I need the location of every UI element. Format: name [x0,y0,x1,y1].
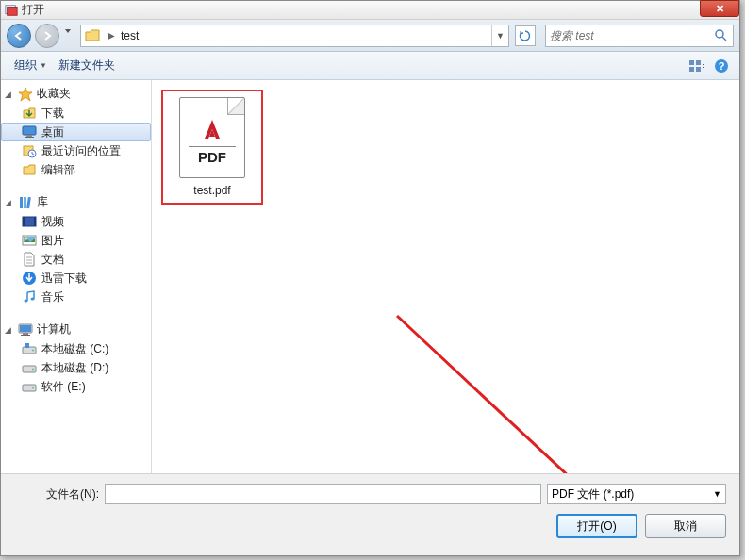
filetype-value: PDF 文件 (*.pdf) [552,486,634,502]
search-input[interactable] [550,29,714,42]
breadcrumb-dropdown[interactable]: ▼ [491,25,508,46]
sidebar-item-pictures[interactable]: 图片 [1,231,151,250]
folder-icon [83,26,102,45]
svg-rect-31 [20,325,31,332]
file-item-pdf[interactable]: PDF test.pdf [161,90,263,205]
svg-rect-7 [696,67,701,72]
star-icon [18,87,33,102]
caret-down-icon: ▼ [713,489,721,499]
svg-rect-4 [689,60,694,65]
svg-rect-18 [23,217,36,226]
svg-point-40 [32,387,34,389]
svg-rect-10 [23,126,36,135]
cancel-button[interactable]: 取消 [645,514,726,538]
picture-icon [22,233,37,248]
svg-line-3 [722,37,726,41]
breadcrumb-folder[interactable]: test [119,29,141,42]
caret-down-icon: ▼ [40,61,47,70]
chevron-right-icon: ▶ [104,30,119,41]
close-button[interactable]: ✕ [700,0,739,17]
sidebar-item-drive-e[interactable]: 软件 (E:) [1,377,151,396]
collapse-icon: ◢ [5,90,14,99]
app-icon [5,4,18,17]
svg-rect-19 [23,217,25,226]
refresh-button[interactable] [515,25,536,46]
drive-icon [22,379,37,394]
music-icon [22,289,37,305]
search-icon [714,28,729,43]
svg-text:?: ? [719,60,725,72]
svg-rect-6 [689,67,694,72]
svg-rect-15 [20,197,23,208]
breadcrumb[interactable]: ▶ test ▼ [80,25,509,47]
sidebar[interactable]: ◢ 收藏夹 下载 桌面 最近访问的位置 编辑部 [1,80,152,473]
adobe-logo-icon [199,116,225,142]
nav-row: ▶ test ▼ [1,20,739,52]
help-button[interactable]: ? [711,56,732,76]
file-name-label: test.pdf [193,184,230,197]
pdf-ext-label: PDF [189,146,236,165]
open-button[interactable]: 打开(O) [556,514,637,538]
organize-label: 组织 [14,58,37,74]
svg-rect-20 [34,217,36,226]
svg-rect-17 [26,196,31,207]
newfolder-button[interactable]: 新建文件夹 [53,56,121,75]
video-icon [22,214,37,229]
sidebar-item-videos[interactable]: 视频 [1,212,151,231]
organize-menu[interactable]: 组织 ▼ [8,56,53,75]
search-box[interactable] [545,25,734,47]
newfolder-label: 新建文件夹 [58,58,115,74]
sidebar-item-xunlei[interactable]: 迅雷下载 [1,269,151,288]
sidebar-item-drive-d[interactable]: 本地磁盘 (D:) [1,358,151,377]
back-button[interactable] [7,24,31,48]
svg-point-38 [32,369,34,371]
dialog-body: ◢ 收藏夹 下载 桌面 最近访问的位置 编辑部 [1,80,739,473]
forward-button[interactable] [35,24,59,48]
sidebar-group-favorites: ◢ 收藏夹 下载 桌面 最近访问的位置 编辑部 [1,84,151,179]
sidebar-item-desktop[interactable]: 桌面 [1,123,151,141]
drive-icon [22,360,37,375]
svg-point-28 [25,300,28,303]
svg-rect-35 [25,343,29,348]
open-dialog: 打开 ✕ ▶ test ▼ [0,0,740,556]
view-mode-button[interactable] [687,56,707,76]
svg-point-36 [32,350,34,352]
recent-icon [22,143,37,158]
sidebar-item-editor[interactable]: 编辑部 [1,160,151,179]
file-area[interactable]: PDF test.pdf [152,80,739,473]
svg-rect-16 [24,197,26,208]
sidebar-group-computer: ◢ 计算机 本地磁盘 (C:) 本地磁盘 (D:) 软件 (E:) [1,320,151,396]
folder-icon [22,162,37,177]
sysdrive-icon [22,341,37,356]
download-icon [22,106,37,121]
svg-point-29 [31,298,35,301]
svg-rect-1 [8,7,18,15]
titlebar[interactable]: 打开 ✕ [1,1,739,20]
nav-history-dropdown[interactable] [63,26,76,45]
sidebar-group-libraries: ◢ 库 视频 图片 文档 迅雷下载 [1,192,151,306]
document-icon [22,252,37,267]
dialog-footer: 文件名(N): PDF 文件 (*.pdf) ▼ 打开(O) 取消 [1,473,739,554]
filetype-select[interactable]: PDF 文件 (*.pdf) ▼ [547,484,726,504]
sidebar-item-drive-c[interactable]: 本地磁盘 (C:) [1,339,151,358]
filename-input[interactable] [105,484,541,504]
sidebar-item-music[interactable]: 音乐 [1,288,151,306]
sidebar-header-favorites[interactable]: ◢ 收藏夹 [1,84,151,104]
sidebar-header-computer[interactable]: ◢ 计算机 [1,320,151,339]
svg-rect-11 [26,135,32,137]
sidebar-item-downloads[interactable]: 下载 [1,104,151,123]
toolbar: 组织 ▼ 新建文件夹 ? [1,52,739,80]
svg-rect-12 [25,137,34,138]
sidebar-header-libraries[interactable]: ◢ 库 [1,192,151,212]
library-icon [18,195,33,210]
sidebar-item-documents[interactable]: 文档 [1,250,151,269]
sidebar-item-recent[interactable]: 最近访问的位置 [1,141,151,160]
svg-point-2 [716,30,723,38]
xunlei-icon [22,271,37,286]
pdf-file-icon: PDF [179,97,245,178]
svg-rect-32 [23,333,28,335]
collapse-icon: ◢ [5,325,14,335]
title-text: 打开 [22,2,44,18]
collapse-icon: ◢ [5,198,14,207]
desktop-icon [22,124,37,140]
